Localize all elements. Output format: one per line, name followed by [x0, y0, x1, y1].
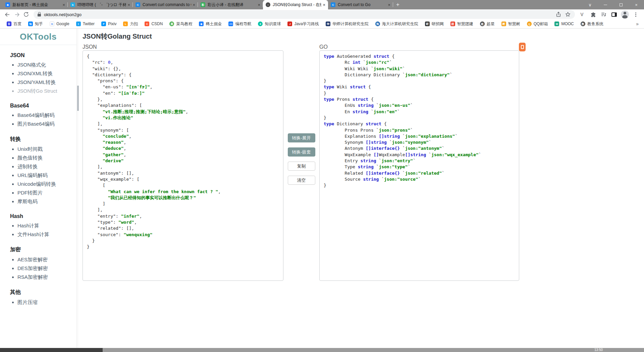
- sidebar-item[interactable]: Base64编码解码: [17, 111, 76, 120]
- bookmark-item[interactable]: 华华师计算机研究生院: [322, 20, 372, 28]
- close-icon[interactable]: ×: [629, 0, 644, 9]
- go-output-panel[interactable]: type AutoGenerated struct { Rc int `json…: [319, 50, 519, 281]
- bookmark-item[interactable]: <>编程导航: [225, 20, 255, 28]
- convert-nested-button[interactable]: 转换-嵌套: [288, 147, 315, 157]
- tab-close-icon[interactable]: ×: [193, 3, 195, 7]
- json-code-editor[interactable]: { "rc": 0, "wiki": {}, "dictionary": { "…: [83, 51, 283, 253]
- sidebar-item[interactable]: JSON格式化: [17, 60, 76, 69]
- bookmark-item[interactable]: ★知识星球: [255, 20, 284, 28]
- bookmark-item[interactable]: PPixiv: [98, 20, 120, 28]
- code-line: "vi.作出推论": [87, 115, 279, 121]
- browser-tab[interactable]: ○JSON转Golang Struct - 在线工×: [263, 0, 328, 9]
- json-input-panel[interactable]: { "rc": 0, "wiki": {}, "dictionary": { "…: [83, 50, 283, 281]
- tab-close-icon[interactable]: ×: [258, 3, 260, 7]
- go-code-output: type AutoGenerated struct { Rc int `json…: [320, 51, 519, 191]
- restore-icon[interactable]: [613, 0, 629, 9]
- browser-tab[interactable]: 彩彩云小译 - 在线翻译×: [198, 0, 263, 9]
- sidebar-item[interactable]: DES加密解密: [17, 264, 76, 273]
- sidebar-item[interactable]: Unicode编码转换: [17, 180, 76, 188]
- browser-tab[interactable]: CConvert curl to Go×: [328, 0, 393, 9]
- bookmark-item[interactable]: 海海大计算机研究生院: [372, 20, 422, 28]
- profile-avatar[interactable]: [621, 10, 629, 19]
- sidebar-item[interactable]: 图片压缩: [17, 298, 76, 307]
- sidebar-item[interactable]: AES加密解密: [17, 255, 76, 264]
- bookmark-item[interactable]: QQQ邮箱: [524, 20, 551, 28]
- bookmark-item[interactable]: ◆稀土掘金: [196, 20, 225, 28]
- sidebar-item[interactable]: JSON/YAML转换: [17, 78, 76, 87]
- side-panel-icon[interactable]: [610, 10, 619, 19]
- code-token: json:"entry": [381, 158, 413, 163]
- tab-title: 哔哩哔哩 ( ゜- ゜)つロ 干杯~-bili: [77, 2, 126, 8]
- bookmark-item[interactable]: 超超星: [477, 20, 498, 28]
- browser-tab[interactable]: ◆新标签页 - 稀土掘金×: [3, 0, 68, 9]
- sidebar-item[interactable]: URL编码解码: [17, 171, 76, 180]
- sidebar-item[interactable]: JSON/XML转换: [17, 69, 76, 78]
- tab-list-icon[interactable]: [599, 10, 608, 19]
- forward-icon[interactable]: [12, 10, 21, 19]
- bookmark-item[interactable]: L力扣: [120, 20, 141, 28]
- extensions-puzzle-icon[interactable]: [588, 10, 597, 19]
- bookmarks-overflow-chevron-icon[interactable]: »: [636, 21, 639, 27]
- sidebar-item[interactable]: 进制转换: [17, 162, 76, 171]
- code-token: struct: [350, 84, 366, 89]
- share-icon[interactable]: [555, 11, 561, 17]
- sidebar-item[interactable]: 颜色值转换: [17, 153, 76, 162]
- url-text[interactable]: oktools.net/json2go: [44, 12, 555, 17]
- sidebar-item[interactable]: Hash计算: [17, 221, 76, 230]
- bookmark-item[interactable]: 百百度: [3, 20, 25, 28]
- bookmark-item[interactable]: tTwitter: [73, 20, 98, 28]
- code-token: Explanations: [324, 134, 379, 139]
- floating-extension-widget[interactable]: [519, 43, 526, 51]
- code-token: "reason": [103, 140, 124, 145]
- sidebar-item[interactable]: 图片Base64编码: [17, 120, 76, 128]
- convert-expand-button[interactable]: 转换-展开: [288, 133, 315, 142]
- tab-close-icon[interactable]: ×: [62, 3, 65, 7]
- bookmark-item[interactable]: GGoogle: [46, 20, 73, 28]
- bookmark-item[interactable]: 教教务系统: [577, 20, 607, 28]
- code-token: json:"prons": [379, 128, 410, 133]
- browser-tab[interactable]: b哔哩哔哩 ( ゜- ゜)つロ 干杯~-bili×: [68, 0, 133, 9]
- address-bar[interactable]: oktools.net/json2go: [34, 10, 575, 19]
- sidebar-item[interactable]: PDF转图片: [17, 188, 76, 197]
- v-extension-icon[interactable]: V: [578, 10, 586, 19]
- sidebar-item[interactable]: 文件Hash计算: [17, 230, 76, 239]
- site-logo[interactable]: OKTools: [0, 29, 76, 45]
- sidebar-group-list: Base64编码解码图片Base64编码: [0, 110, 76, 128]
- tab-close-icon[interactable]: ×: [127, 3, 130, 7]
- bookmark-item[interactable]: 树智慧树: [498, 20, 524, 28]
- code-line: Related []interface{} `json:"related"`: [324, 170, 515, 176]
- browser-tab[interactable]: CConvert curl commands to Go×: [133, 0, 198, 9]
- bookmark-item[interactable]: CCSDN: [141, 20, 166, 28]
- tab-search-chevron-icon[interactable]: ∨: [582, 0, 598, 9]
- sidebar-item[interactable]: 摩斯电码: [17, 197, 76, 206]
- bookmark-item[interactable]: 知知乎: [25, 20, 46, 28]
- new-tab-button[interactable]: +: [393, 0, 402, 9]
- sidebar-item[interactable]: JSON转Go Struct: [17, 87, 76, 95]
- tab-close-icon[interactable]: ×: [323, 3, 325, 7]
- bookmark-item[interactable]: 团智慧团建: [447, 20, 477, 28]
- tab-close-icon[interactable]: ×: [388, 3, 390, 7]
- bookmark-item[interactable]: 研研招网: [422, 20, 447, 28]
- horizontal-scrollbar-thumb[interactable]: [0, 348, 103, 352]
- bookmark-star-icon[interactable]: [565, 11, 571, 17]
- reload-icon[interactable]: [21, 10, 31, 19]
- bookmark-item[interactable]: MMOOC: [551, 20, 577, 28]
- sidebar-item[interactable]: Unix时间戳: [17, 145, 76, 153]
- code-token: "word": [118, 220, 134, 225]
- horizontal-scrollbar[interactable]: 13:50: [0, 348, 644, 352]
- menu-kebab-icon[interactable]: [631, 10, 640, 19]
- code-token: [87, 134, 103, 139]
- clear-button[interactable]: 清空: [288, 176, 315, 185]
- back-icon[interactable]: [3, 10, 12, 19]
- code-token: `: [379, 177, 384, 182]
- code-token: []interface{}: [366, 146, 400, 151]
- minimize-icon[interactable]: [598, 0, 613, 9]
- bookmark-item[interactable]: 菜菜鸟教程: [166, 20, 196, 28]
- bookmark-label: 研招网: [432, 21, 444, 27]
- lock-icon[interactable]: [38, 14, 41, 16]
- code-token: `: [400, 146, 405, 151]
- copy-button[interactable]: 复制: [288, 162, 315, 171]
- bookmark-item[interactable]: JJava学习路线: [284, 20, 322, 28]
- sidebar-item[interactable]: RSA加密解密: [17, 273, 76, 281]
- code-line: }: [324, 115, 515, 121]
